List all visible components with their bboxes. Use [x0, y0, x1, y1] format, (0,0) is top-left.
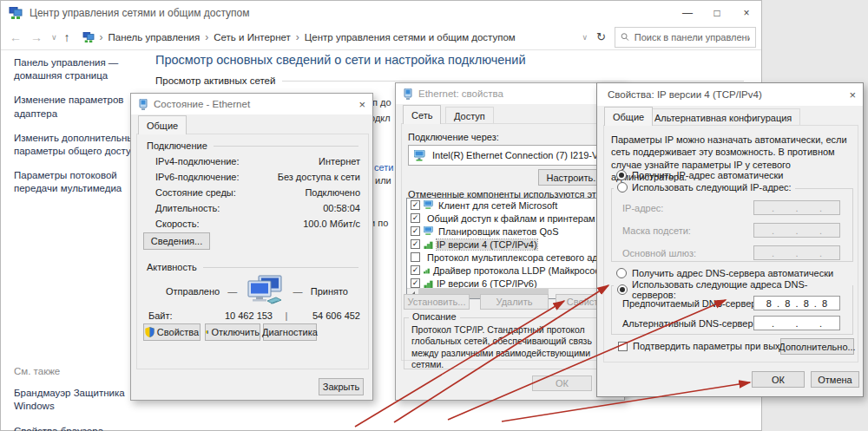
sidebar-item-media-streaming[interactable]: Параметры потоковой передачи мультимедиа	[14, 169, 148, 195]
row-value: Подключено	[305, 187, 360, 198]
forward-icon[interactable]: →	[30, 30, 43, 44]
component-checkbox[interactable]	[411, 226, 420, 236]
diagnose-button[interactable]: Диагностика	[263, 323, 317, 341]
component-checkbox[interactable]	[411, 252, 420, 262]
component-checkbox[interactable]	[411, 265, 420, 275]
group-label: Подключение	[147, 140, 207, 151]
received-label: Принято	[311, 286, 348, 297]
auto-ip-radio[interactable]: Получить IP-адрес автоматически	[616, 170, 783, 180]
close-icon[interactable]: ×	[849, 83, 856, 106]
see-also-label: См. также	[14, 365, 148, 378]
radio-icon	[616, 268, 627, 278]
breadcrumb-network-internet[interactable]: Сеть и Интернет	[214, 32, 291, 42]
computer-activity-icon	[245, 275, 285, 308]
sidebar-item-windows-firewall[interactable]: Брандмауэр Защитника Windows	[14, 387, 148, 413]
advanced-button[interactable]: Дополнительно...	[780, 338, 854, 355]
disable-button[interactable]: Отключить	[205, 323, 260, 341]
component-row[interactable]: Планировщик пакетов QoS	[407, 225, 610, 238]
uninstall-button[interactable]: Удалить	[480, 294, 549, 310]
bytes-sent-value: 10 462 153	[190, 310, 273, 321]
component-row[interactable]: Драйвер протокола LLDP (Майкрософт)	[407, 264, 610, 277]
occluded-text-fragment: п до	[372, 97, 391, 108]
component-label: IP версии 6 (TCP/IPv6)	[437, 278, 537, 289]
up-icon[interactable]: ↑	[64, 30, 70, 44]
alternate-dns-label: Альтернативный DNS-сервер:	[622, 318, 756, 329]
dialog-titlebar[interactable]: Состояние - Ethernet ×	[131, 94, 372, 114]
component-row[interactable]: Протокол мультиплексора сетевого адаптер…	[407, 251, 610, 264]
tab-network[interactable]: Сеть	[403, 105, 441, 124]
radio-label: Получить адрес DNS-сервера автоматически	[632, 268, 833, 278]
checkbox-icon	[618, 342, 628, 351]
ok-button[interactable]: ОК	[532, 375, 592, 391]
gateway-field[interactable]: . . .	[753, 245, 840, 260]
search-box[interactable]	[615, 27, 756, 48]
tab-alternate-configuration[interactable]: Альтернативная конфигурация	[646, 108, 800, 126]
back-icon[interactable]: ←	[10, 30, 22, 44]
component-row[interactable]: Клиент для сетей Microsoft	[407, 199, 610, 212]
tab-general[interactable]: Общие	[604, 107, 653, 126]
refresh-icon[interactable]: ↻	[596, 30, 606, 43]
breadcrumb-network-sharing-center[interactable]: Центр управления сетями и общим доступом	[305, 32, 516, 42]
row-label: IPv6-подключение:	[155, 172, 240, 182]
properties-button[interactable]: Свойства	[143, 323, 201, 341]
auto-dns-radio[interactable]: Получить адрес DNS-сервера автоматически	[616, 268, 833, 278]
component-row[interactable]: IP версии 4 (TCP/IPv4)	[407, 238, 610, 251]
ok-button[interactable]: ОК	[752, 371, 805, 388]
manual-dns-group: Использовать следующие адреса DNS-сервер…	[611, 285, 853, 335]
breadcrumb-separator: ›	[296, 31, 299, 43]
preferred-dns-field[interactable]: 8 . 8 . 8 . 8	[753, 296, 840, 310]
ip-address-field[interactable]: . . .	[753, 200, 840, 215]
bytes-received-value: 54 606 452	[300, 310, 360, 321]
row-value: Интернет	[319, 156, 360, 167]
component-checkbox[interactable]	[411, 239, 420, 249]
component-checkbox[interactable]	[411, 213, 420, 223]
sidebar-item-change-adapter-settings[interactable]: Изменение параметров адаптера	[14, 94, 148, 120]
component-label: Клиент для сетей Microsoft	[438, 200, 557, 211]
sidebar-item-internet-options[interactable]: Свойства браузера	[14, 425, 148, 431]
install-button[interactable]: Установить...	[404, 294, 470, 310]
network-center-icon	[82, 32, 95, 42]
preferred-dns-label: Предпочитаемый DNS-сервер:	[622, 298, 759, 309]
subnet-mask-field[interactable]: . . .	[753, 223, 840, 238]
sidebar-item-advanced-sharing[interactable]: Изменить дополнительные параметры общего…	[14, 132, 148, 158]
dialog-title: Состояние - Ethernet	[154, 99, 250, 109]
status-row: Скорость: 100.0 Мбит/с	[155, 219, 360, 229]
sidebar: Панель управления — домашняя страница Из…	[14, 56, 148, 206]
row-label: Длительность:	[155, 203, 220, 213]
divider: |	[273, 310, 300, 321]
tab-sharing[interactable]: Доступ	[445, 107, 494, 124]
validate-settings-checkbox[interactable]: Подтвердить параметры при выходе	[618, 341, 796, 351]
status-row: Состояние среды: Подключено	[155, 187, 360, 198]
radio-icon	[617, 182, 628, 193]
component-row[interactable]: Общий доступ к файлам и принтерам для се…	[407, 212, 610, 225]
radio-icon	[617, 284, 628, 295]
cancel-button[interactable]: Отмена	[811, 371, 859, 388]
static-ip-radio[interactable]: Использовать следующий IP-адрес:	[614, 182, 795, 193]
close-dialog-button[interactable]: Закрыть	[319, 378, 364, 395]
tab-general[interactable]: Общие	[138, 115, 187, 134]
window-titlebar[interactable]: Центр управления сетями и общим доступом…	[1, 1, 761, 24]
dialog-titlebar[interactable]: Ethernet: свойства	[396, 83, 624, 104]
connect-via-label: Подключение через:	[408, 132, 499, 142]
close-icon[interactable]: ×	[358, 94, 365, 114]
address-dropdown-chevron-icon[interactable]: ∨	[582, 33, 589, 42]
activity-row: Отправлено — — Принято	[166, 274, 348, 309]
dash: —	[293, 286, 303, 297]
minimize-button[interactable]: —	[673, 1, 702, 24]
alternate-dns-field[interactable]: . . .	[753, 316, 840, 330]
close-button[interactable]: ×	[732, 1, 761, 24]
adapter-box: Intel(R) Ethernet Connection (7) I219-V	[408, 145, 609, 166]
details-button[interactable]: Сведения...	[143, 232, 210, 250]
section-label: Просмотр активных сетей	[155, 75, 275, 86]
window-title: Центр управления сетями и общим доступом	[30, 7, 250, 19]
search-input[interactable]	[635, 32, 750, 42]
description-group: Описание Протокол TCP/IP. Стандартный пр…	[404, 317, 619, 369]
breadcrumb-control-panel[interactable]: Панель управления	[108, 32, 201, 42]
component-checkbox[interactable]	[411, 200, 420, 210]
maximize-button[interactable]: □	[702, 1, 732, 24]
dialog-titlebar[interactable]: Свойства: IP версии 4 (TCP/IPv4) ×	[597, 83, 863, 106]
recent-pages-chevron-icon[interactable]: ∨	[51, 33, 57, 42]
sidebar-item-home[interactable]: Панель управления — домашняя страница	[14, 56, 148, 82]
component-checkbox[interactable]	[411, 278, 420, 288]
row-value: Без доступа к сети	[278, 172, 360, 182]
